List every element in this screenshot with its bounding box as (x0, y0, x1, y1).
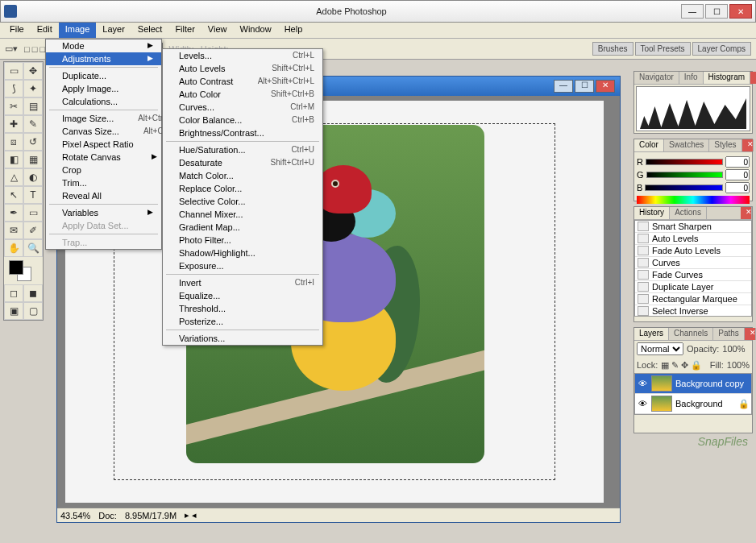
wand-tool[interactable]: ✦ (23, 80, 43, 97)
history-item[interactable]: Curves (635, 257, 751, 269)
zoom-tool[interactable]: 🔍 (23, 239, 43, 257)
history-item[interactable]: Rectangular Marquee (635, 293, 751, 305)
menuitem-trim-[interactable]: Trim... (46, 176, 161, 189)
minimize-button[interactable]: — (681, 4, 704, 19)
b-slider[interactable] (645, 184, 723, 191)
panel-close[interactable]: ✕ (741, 207, 752, 219)
heal-tool[interactable]: ✚ (4, 115, 23, 133)
doc-minimize[interactable]: — (554, 80, 573, 93)
palette-tab-layer-comps[interactable]: Layer Comps (692, 42, 751, 56)
menu-view[interactable]: View (201, 23, 234, 38)
tab-paths[interactable]: Paths (713, 328, 745, 340)
menu-window[interactable]: Window (234, 23, 278, 38)
panel-close[interactable]: ✕ (742, 139, 754, 151)
layer-row[interactable]: 👁Background 🔒 (635, 394, 751, 414)
screenmode-1[interactable]: ▣ (4, 302, 23, 320)
close-button[interactable]: ✕ (729, 4, 752, 19)
menuitem-levels-[interactable]: Levels...Ctrl+L (163, 49, 322, 62)
type-tool[interactable]: T (23, 186, 43, 204)
notes-tool[interactable]: ✉ (4, 222, 23, 239)
maximize-button[interactable]: ☐ (705, 4, 728, 19)
menuitem-equalize-[interactable]: Equalize... (163, 289, 322, 302)
menuitem-threshold-[interactable]: Threshold... (163, 302, 322, 315)
menuitem-auto-contrast[interactable]: Auto ContrastAlt+Shift+Ctrl+L (163, 75, 322, 88)
lock-icons[interactable]: ▦ ✎ ✥ 🔒 (661, 360, 702, 371)
menuitem-match-color-[interactable]: Match Color... (163, 169, 322, 182)
menuitem-posterize-[interactable]: Posterize... (163, 315, 322, 328)
menuitem-exposure-[interactable]: Exposure... (163, 259, 322, 272)
history-item[interactable]: Smart Sharpen (635, 221, 751, 233)
crop-tool[interactable]: ✂ (4, 97, 23, 115)
menuitem-curves-[interactable]: Curves...Ctrl+M (163, 101, 322, 114)
doc-close[interactable]: ✕ (596, 80, 615, 93)
slice-tool[interactable]: ▤ (23, 97, 43, 115)
tab-history[interactable]: History (634, 207, 670, 219)
tab-color[interactable]: Color (634, 139, 664, 151)
doc-maximize[interactable]: ☐ (575, 80, 594, 93)
menuitem-auto-color[interactable]: Auto ColorShift+Ctrl+B (163, 88, 322, 101)
history-brush-tool[interactable]: ↺ (23, 133, 43, 151)
panel-close[interactable]: ✕ (745, 328, 756, 340)
eraser-tool[interactable]: ◧ (4, 151, 23, 168)
eyedropper-tool[interactable]: ✐ (23, 222, 43, 239)
menuitem-desaturate[interactable]: DesaturateShift+Ctrl+U (163, 156, 322, 169)
history-item[interactable]: Auto Levels (635, 233, 751, 245)
menuitem-variations-[interactable]: Variations... (163, 332, 322, 345)
r-slider[interactable] (646, 159, 723, 165)
tab-navigator[interactable]: Navigator (634, 72, 679, 84)
palette-tab-tool-presets[interactable]: Tool Presets (635, 42, 691, 56)
menuitem-pixel-aspect-ratio[interactable]: Pixel Aspect Ratio▶ (46, 138, 161, 151)
blur-tool[interactable]: △ (4, 168, 23, 186)
menuitem-gradient-map-[interactable]: Gradient Map... (163, 221, 322, 234)
tab-actions[interactable]: Actions (670, 207, 707, 219)
history-item[interactable]: Duplicate Layer (635, 281, 751, 293)
menuitem-image-size-[interactable]: Image Size...Alt+Ctrl+I (46, 112, 161, 125)
menuitem-adjustments[interactable]: Adjustments▶ (46, 52, 161, 65)
menu-select[interactable]: Select (131, 23, 169, 38)
menuitem-duplicate-[interactable]: Duplicate... (46, 69, 161, 82)
brush-tool[interactable]: ✎ (23, 115, 43, 133)
move-tool[interactable]: ✥ (23, 62, 43, 80)
tab-info[interactable]: Info (679, 72, 704, 84)
menuitem-brightness-contrast-[interactable]: Brightness/Contrast... (163, 126, 322, 139)
panel-close[interactable]: ✕ (750, 72, 756, 84)
menu-image[interactable]: Image (59, 23, 97, 38)
tab-histogram[interactable]: Histogram (704, 72, 751, 84)
menu-file[interactable]: File (3, 23, 31, 38)
r-input[interactable] (725, 156, 750, 168)
dodge-tool[interactable]: ◐ (23, 168, 43, 186)
zoom-field[interactable]: 43.54% (60, 511, 90, 520)
visibility-icon[interactable]: 👁 (637, 399, 648, 408)
menuitem-mode[interactable]: Mode▶ (46, 39, 161, 52)
menuitem-selective-color-[interactable]: Selective Color... (163, 195, 322, 208)
screenmode-2[interactable]: ▢ (23, 302, 43, 320)
menuitem-variables[interactable]: Variables▶ (46, 206, 161, 219)
menuitem-hue-saturation-[interactable]: Hue/Saturation...Ctrl+U (163, 143, 322, 156)
menuitem-photo-filter-[interactable]: Photo Filter... (163, 234, 322, 247)
palette-tab-brushes[interactable]: Brushes (592, 42, 633, 56)
menuitem-canvas-size-[interactable]: Canvas Size...Alt+Ctrl+C (46, 125, 161, 138)
b-input[interactable] (725, 182, 750, 193)
marquee-tool[interactable]: ▭ (4, 62, 23, 80)
menu-edit[interactable]: Edit (31, 23, 59, 38)
history-item[interactable]: Fade Auto Levels (635, 245, 751, 257)
spectrum-bar[interactable] (637, 196, 750, 204)
history-item[interactable]: Fade Curves (635, 269, 751, 281)
menuitem-color-balance-[interactable]: Color Balance...Ctrl+B (163, 114, 322, 126)
menuitem-shadow-highlight-[interactable]: Shadow/Highlight... (163, 247, 322, 259)
marquee-tool-icon[interactable]: ▭▾ (5, 44, 18, 54)
menuitem-invert[interactable]: InvertCtrl+I (163, 276, 322, 289)
layer-row[interactable]: 👁Background copy (635, 374, 751, 394)
menuitem-replace-color-[interactable]: Replace Color... (163, 182, 322, 195)
gradient-tool[interactable]: ▦ (23, 151, 43, 168)
opacity-value[interactable]: 100% (722, 344, 745, 354)
visibility-icon[interactable]: 👁 (637, 379, 648, 388)
tab-swatches[interactable]: Swatches (664, 139, 709, 151)
path-tool[interactable]: ↖ (4, 186, 23, 204)
fill-value[interactable]: 100% (727, 360, 750, 370)
menuitem-rotate-canvas[interactable]: Rotate Canvas▶ (46, 151, 161, 164)
stamp-tool[interactable]: ⧇ (4, 133, 23, 151)
tab-styles[interactable]: Styles (709, 139, 741, 151)
menuitem-auto-levels[interactable]: Auto LevelsShift+Ctrl+L (163, 62, 322, 75)
menu-help[interactable]: Help (278, 23, 309, 38)
